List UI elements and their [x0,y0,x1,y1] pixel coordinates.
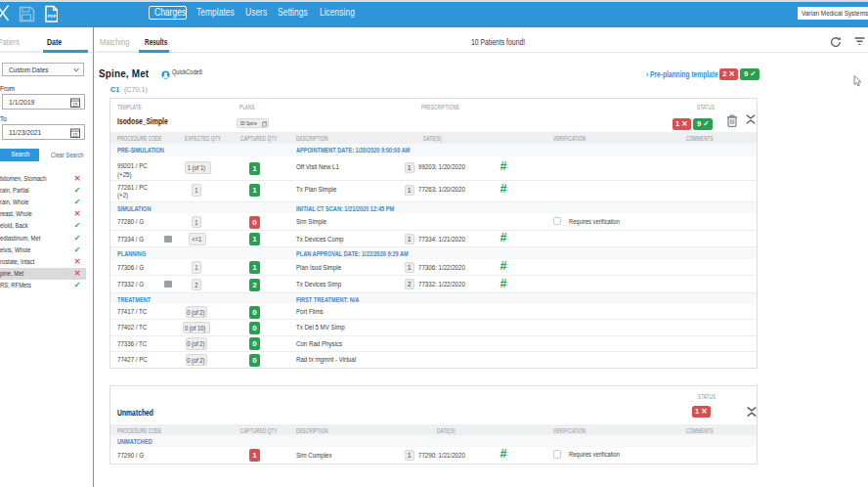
svg-text:15: 15 [72,131,78,137]
svg-text:PDF: PDF [47,14,56,19]
svg-text:15: 15 [72,101,78,107]
